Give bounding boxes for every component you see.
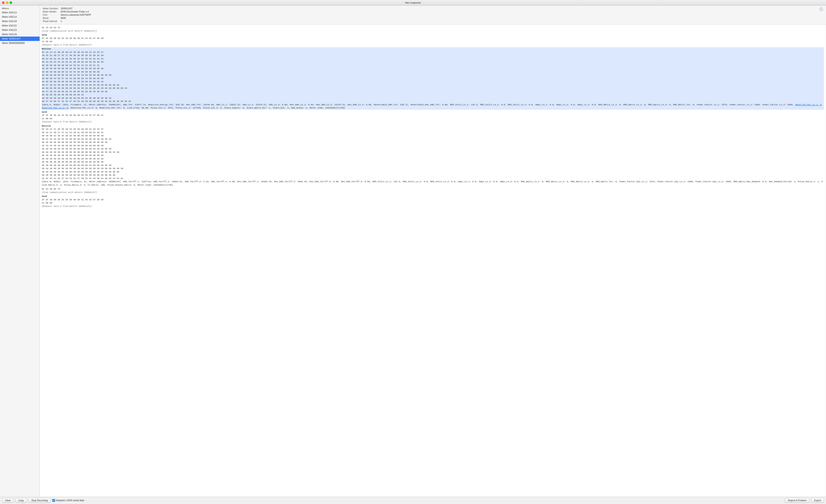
log-hex-line: 30 30 30 30 30 30 30 30 30 30 32 [42,93,824,97]
meter-number-value: 350001437 [61,7,823,10]
log-hex-line: 30 30 30 30 30 30 30 30 30 30 30 30 30 3… [42,151,824,154]
sidebar-item[interactable]: Meter #34122 [0,23,40,28]
log-hex-line: 30 30 30 30 30 30 32 33 34 35 30 30 30 3… [42,70,824,74]
bottom-bar: Clear Copy Stop Recording Interpret v.3/… [0,497,826,504]
meter-model-value: EKM-Omnimeter Pulse v.4 [61,10,823,13]
log-hex-line: 21 0D 0A [42,117,824,120]
sidebar-item[interactable]: Meter #34118 [0,19,40,23]
meter-info: Meter Number: 350001437 Meter Model: EKM… [40,6,826,24]
log-hex-line: 30 30 30 30 30 30 30 30 30 30 30 30 30 3… [42,87,824,90]
log-hex-line: 30 30 30 30 30 30 30 30 32 33 34 36 35 3… [42,73,824,77]
sidebar-item[interactable]: Meter #34114 [0,15,40,19]
log-hex-line: 30 32 35 32 34 33 35 31 30 30 30 30 30 3… [42,60,824,64]
interpret-checkbox-label[interactable]: Interpret v.3/4/5 serial data [52,499,84,502]
main-container: Meters Meter #34113Meter #34114Meter #34… [0,6,826,497]
info-icon[interactable]: i [819,8,823,11]
log-hex-line: 21 0D 0A [42,201,824,205]
log-bracket: [Stop communication with meter# 35000143… [42,191,824,194]
window-title: Hex Inspector [405,1,421,4]
log-hex-line: 30 30 30 30 30 30 30 30 30 30 30 30 30 3… [42,154,824,157]
log-section: Send2F 3F 30 30 30 33 35 30 30 30 31 34 … [42,34,824,47]
log-hex-line: 30 30 30 30 30 30 30 30 30 30 30 30 30 3… [42,157,824,161]
log-link[interactable]: Reactive_Pwr_Ln_1: 0 [795,104,821,106]
sidebar-list: Meter #34113Meter #34114Meter #34118Mete… [0,10,40,497]
log-section: Receive02 10 24 1C 30 30 30 33 35 30 30 … [42,47,824,110]
meter-model-label: Meter Model: [43,10,59,13]
log-hex-line: 38 30 30 30 30 30 30 30 30 30 30 30 30 3… [42,141,824,144]
log-hex-line: 30 37 32 30 37 32 32 37 35 34 38 30 30 3… [42,100,824,103]
clear-button[interactable]: Clear [2,498,14,503]
log-label: Send [42,34,824,37]
log-section: 01 42 30 03 75[Stop communication with m… [42,26,824,33]
sidebar: Meters Meter #34113Meter #34114Meter #34… [0,6,40,497]
log-hex-line: 30 30 30 30 30 30 30 30 30 30 30 30 30 3… [42,170,824,174]
log-hex-line: 2F 3F 30 30 30 33 35 30 30 30 31 34 33 3… [42,37,824,40]
read-interval-value: 1 [61,20,823,23]
log-hex-line: 30 30 30 30 30 30 30 30 30 30 30 30 30 4… [42,147,824,151]
log-hex-line: 30 30 30 30 30 30 30 30 30 30 30 30 43 3… [42,164,824,167]
log-data: [Data A, Model: 1024, Firmware: 1C, Mete… [42,103,824,110]
log-hex-line: 30 30 30 30 30 30 30 33 35 32 34 33 35 3… [42,64,824,67]
meter-number-label: Meter Number: [43,7,59,10]
minimize-button[interactable] [6,1,8,4]
copy-button[interactable]: Copy [15,498,27,503]
log-hex-line: 30 30 30 32 38 34 30 33 30 30 30 30 30 3… [42,134,824,137]
log-hex-line: 2F 3F 30 30 30 33 35 30 30 30 31 34 33 3… [42,114,824,117]
right-panel: Meter Number: 350001437 Meter Model: EKM… [40,6,826,497]
window-controls[interactable] [2,1,12,4]
log-link[interactable]: Reactive_Pwr_Ln_2: 0 [42,107,68,109]
log-label: Send [42,195,824,198]
baud-label: Baud: [43,17,59,19]
log-hex-line: 30 35 31 30 37 32 37 39 30 30 30 39 32 3… [42,54,824,57]
log-hex-line: 30 30 30 30 30 30 30 30 30 30 30 30 30 3… [42,80,824,83]
log-hex-line: 38 30 30 30 30 30 30 30 30 30 30 30 30 3… [42,167,824,170]
log-bracket: [Stop communication with meter# 35000143… [42,29,824,33]
log-bracket: [Request Data B from meter# 350001437] [42,120,824,124]
log-area[interactable]: 01 42 30 03 75[Stop communication with m… [40,24,826,497]
log-section: Send2F 3F 30 30 30 33 35 30 30 30 31 34 … [42,111,824,124]
sidebar-item[interactable]: Meter #34129 [0,32,40,37]
log-bracket: [Request Data A from meter# 350001437] [42,43,824,47]
log-label: Send [42,111,824,114]
log-hex-line: 30 30 30 30 30 30 30 30 30 30 30 30 30 3… [42,161,824,164]
log-bracket: [Request Data A from meter# 350001437] [42,205,824,208]
sidebar-item[interactable]: Meter 350001437 [0,37,40,41]
sidebar-item[interactable]: Meter #34123 [0,28,40,32]
port-value: /dev/cu.usbserial-AI057WPP [61,13,823,16]
log-hex-line: 30 33 31 30 37 37 31 34 30 31 39 39 39 3… [42,131,824,134]
log-hex-line: 02 10 24 1C 30 30 30 33 35 30 30 30 31 3… [42,128,824,131]
log-section: Send2F 3F 30 30 30 33 35 30 30 30 31 34 … [42,195,824,208]
interpret-checkbox[interactable] [52,499,55,502]
log-hex-line: 32 33 34 35 33 30 30 30 30 30 30 30 30 3… [42,144,824,147]
sidebar-item[interactable]: Meter 999999999999 [0,41,40,45]
sidebar-item[interactable]: Meter #34113 [0,10,40,15]
read-interval-label: Read Interval: [43,20,59,23]
port-label: Port: [43,13,59,16]
log-hex-line: 30 30 30 30 30 30 30 30 30 30 30 30 30 3… [42,67,824,70]
title-bar: Hex Inspector [0,0,826,6]
log-hex-line: 30 37 39 43 30 30 30 43 30 30 30 30 30 3… [42,90,824,93]
log-label: Receive [42,124,824,128]
baud-value: 9600 [61,17,823,19]
log-data: [Data B, Model: 1024, Firmware: 1C, Mete… [42,180,824,187]
export-button[interactable]: Export [811,498,824,503]
log-hex-line: 30 30 30 30 30 30 30 30 30 30 30 30 30 3… [42,174,824,177]
log-hex-line: 02 10 24 1C 30 30 30 33 35 30 30 30 31 3… [42,51,824,54]
log-section: 01 42 30 03 75[Stop communication with m… [42,187,824,194]
log-hex-line: 30 32 35 32 34 36 39 38 30 32 35 38 32 3… [42,57,824,61]
close-button[interactable] [2,1,5,4]
log-hex-line: 21 0D 0A [42,40,824,43]
sidebar-header: Meters [0,6,40,10]
log-label: Receive [42,47,824,51]
log-hex-line: 01 42 30 03 75 [42,187,824,191]
log-section: Receive02 10 24 1C 30 30 30 33 35 30 30 … [42,124,824,187]
log-hex-line: 30 30 30 30 30 30 30 30 30 30 30 35 30 3… [42,97,824,100]
log-hex-line: 33 31 33 31 33 37 33 33 33 37 30 32 31 2… [42,177,824,180]
log-hex-line: 30 31 35 33 36 35 35 30 30 30 30 30 30 3… [42,137,824,141]
log-hex-line: 30 30 30 43 30 37 39 43 30 30 30 43 30 3… [42,77,824,80]
log-hex-line: 2F 3F 30 30 30 33 35 30 30 30 31 34 33 3… [42,198,824,201]
report-problem-button[interactable]: Report A Problem [785,498,810,503]
maximize-button[interactable] [9,1,12,4]
stop-recording-button[interactable]: Stop Recording [28,498,51,503]
interpret-label: Interpret v.3/4/5 serial data [56,499,84,502]
